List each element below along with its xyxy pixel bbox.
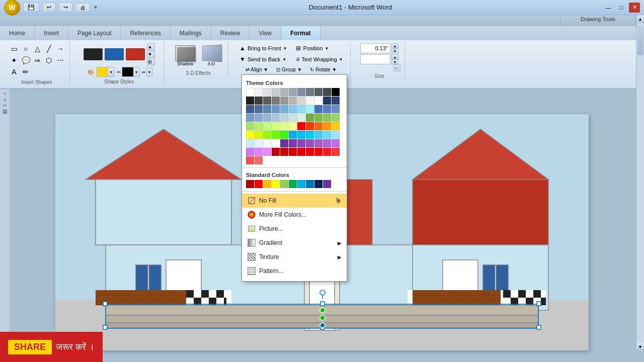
- color-swatch[interactable]: [289, 88, 297, 96]
- color-swatch[interactable]: [306, 148, 314, 156]
- color-swatch[interactable]: [246, 156, 254, 164]
- std-color-red[interactable]: [255, 180, 263, 188]
- quick-redo[interactable]: ↪: [59, 3, 72, 12]
- color-swatch[interactable]: [289, 131, 297, 139]
- tool-select[interactable]: ⊹: [3, 91, 7, 96]
- std-color-orange[interactable]: [263, 180, 271, 188]
- color-swatch[interactable]: [255, 156, 263, 164]
- color-swatch[interactable]: [297, 148, 305, 156]
- color-swatch[interactable]: [255, 88, 263, 96]
- color-swatch[interactable]: [314, 97, 323, 105]
- style-scroll-down[interactable]: ▼: [147, 51, 155, 58]
- shape-callout[interactable]: 💬: [20, 55, 32, 66]
- tool-image[interactable]: 🖼: [3, 109, 7, 114]
- color-swatch[interactable]: [255, 105, 263, 113]
- quick-print[interactable]: 🖨: [75, 3, 90, 12]
- maximize-button[interactable]: □: [616, 3, 627, 13]
- std-color-green[interactable]: [289, 180, 297, 188]
- color-swatch[interactable]: [280, 88, 288, 96]
- color-swatch[interactable]: [306, 122, 314, 130]
- tab-format[interactable]: Format: [281, 26, 320, 40]
- color-swatch[interactable]: [263, 131, 271, 139]
- shape-block-arrow[interactable]: ⇒: [31, 55, 43, 66]
- line-color-arrow[interactable]: ▼: [133, 67, 139, 76]
- color-swatch[interactable]: [255, 148, 263, 156]
- color-swatch[interactable]: [332, 88, 340, 96]
- bring-to-front-btn[interactable]: ▲ Bring to Front ▼: [236, 43, 290, 53]
- bring-front-arrow[interactable]: ▼: [283, 46, 287, 51]
- color-swatch[interactable]: [263, 139, 271, 147]
- color-swatch[interactable]: [289, 105, 297, 113]
- position-btn[interactable]: ⊞ Position ▼: [293, 43, 346, 53]
- align-btn[interactable]: ⇌ Align ▼: [243, 65, 271, 74]
- tab-insert[interactable]: Insert: [35, 26, 68, 40]
- shape-line[interactable]: ╱: [43, 43, 55, 54]
- color-swatch[interactable]: [255, 139, 263, 147]
- tab-view[interactable]: View: [250, 26, 281, 40]
- color-swatch[interactable]: [306, 97, 314, 105]
- texture-item[interactable]: Texture ▶: [242, 250, 347, 264]
- color-swatch[interactable]: [306, 139, 314, 147]
- color-swatch[interactable]: [255, 114, 263, 122]
- color-swatch[interactable]: [306, 88, 314, 96]
- share-label[interactable]: SHARE: [8, 340, 52, 354]
- color-swatch[interactable]: [272, 131, 280, 139]
- color-swatch[interactable]: [323, 122, 331, 130]
- shape-triangle[interactable]: △: [31, 43, 43, 54]
- color-swatch[interactable]: [314, 131, 323, 139]
- tab-page-layout[interactable]: Page Layout: [68, 26, 121, 40]
- color-swatch[interactable]: [272, 122, 280, 130]
- color-swatch[interactable]: [323, 114, 331, 122]
- color-swatch[interactable]: [246, 105, 254, 113]
- quick-undo[interactable]: ↩: [42, 3, 56, 12]
- color-swatch[interactable]: [314, 122, 323, 130]
- tool-draw[interactable]: ✏: [3, 103, 7, 108]
- line-color-icon[interactable]: ✏: [117, 69, 121, 75]
- shape-rect[interactable]: ▭: [8, 43, 20, 54]
- color-swatch[interactable]: [280, 97, 288, 105]
- style-swatch-red[interactable]: [126, 48, 145, 60]
- quick-save[interactable]: 💾: [23, 3, 39, 12]
- color-swatch[interactable]: [332, 114, 340, 122]
- color-swatch[interactable]: [289, 122, 297, 130]
- color-swatch[interactable]: [314, 88, 323, 96]
- text-wrap-arrow[interactable]: ▼: [339, 57, 343, 62]
- color-swatch[interactable]: [263, 105, 271, 113]
- color-swatch[interactable]: [289, 139, 297, 147]
- tab-references[interactable]: References: [121, 26, 170, 40]
- line-style-icon[interactable]: ═: [142, 69, 145, 75]
- scroll-down-btn[interactable]: ▼: [636, 343, 645, 351]
- send-back-arrow[interactable]: ▼: [282, 57, 286, 62]
- std-color-darkred[interactable]: [246, 180, 254, 188]
- color-swatch[interactable]: [246, 88, 254, 96]
- color-swatch[interactable]: [297, 105, 305, 113]
- tab-home[interactable]: Home: [0, 26, 35, 40]
- width-input[interactable]: [360, 54, 390, 64]
- color-swatch[interactable]: [306, 131, 314, 139]
- color-swatch[interactable]: [272, 114, 280, 122]
- rotate-btn[interactable]: ↻ Rotate ▼: [307, 65, 340, 74]
- line-color-dropdown[interactable]: ▼: [122, 67, 140, 77]
- color-swatch[interactable]: [263, 122, 271, 130]
- color-swatch[interactable]: [280, 131, 288, 139]
- color-swatch[interactable]: [263, 97, 271, 105]
- shape-arrow[interactable]: →: [54, 43, 66, 54]
- style-more[interactable]: ⊞: [147, 58, 155, 65]
- minimize-button[interactable]: —: [603, 3, 614, 13]
- height-down[interactable]: ▼: [391, 48, 398, 53]
- style-swatch-black[interactable]: [84, 48, 103, 60]
- color-swatch[interactable]: [323, 105, 331, 113]
- color-swatch[interactable]: [289, 148, 297, 156]
- color-swatch[interactable]: [289, 97, 297, 105]
- color-swatch[interactable]: [297, 97, 305, 105]
- color-swatch[interactable]: [272, 139, 280, 147]
- pattern-item[interactable]: Pattern...: [242, 264, 347, 278]
- color-swatch[interactable]: [246, 122, 254, 130]
- width-down[interactable]: ▼: [391, 59, 398, 64]
- color-swatch[interactable]: [272, 88, 280, 96]
- gradient-item[interactable]: Gradient ▶: [242, 236, 347, 250]
- color-swatch[interactable]: [289, 114, 297, 122]
- color-swatch[interactable]: [323, 97, 331, 105]
- position-arrow[interactable]: ▼: [325, 46, 329, 51]
- color-swatch[interactable]: [255, 131, 263, 139]
